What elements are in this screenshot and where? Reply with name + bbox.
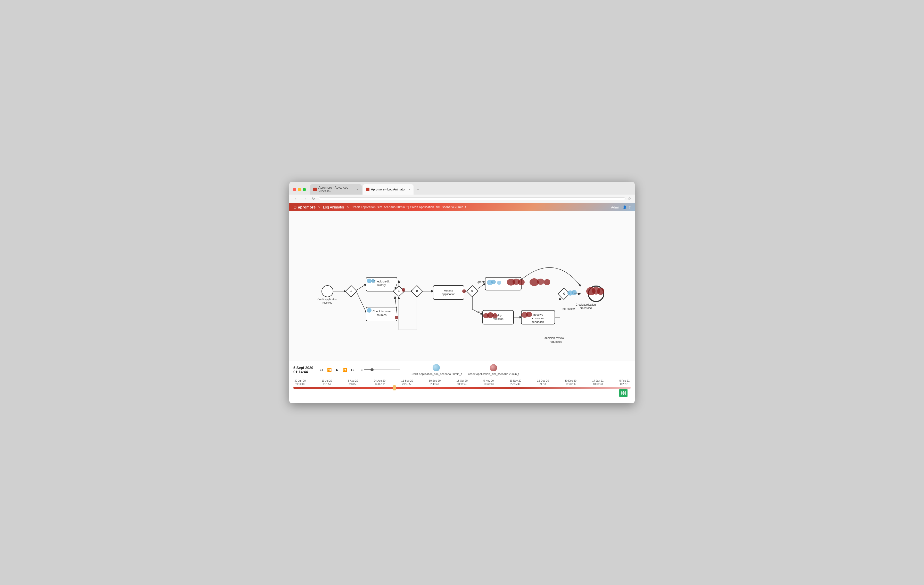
- timeline-marker-10: 30 Dec 20 11:39:36: [564, 379, 576, 386]
- module-name: Log Animator: [323, 205, 345, 209]
- svg-text:received: received: [323, 301, 332, 304]
- forward-button[interactable]: →: [302, 196, 309, 201]
- svg-point-26: [491, 280, 496, 284]
- tab-close-1[interactable]: ✕: [356, 188, 359, 191]
- svg-point-52: [572, 290, 577, 295]
- app-header: ⬡ apromore > Log Animator > Credit Appli…: [289, 203, 635, 211]
- bpmn-diagram: + Check credit history Check income sour…: [294, 216, 630, 356]
- bookmark-icon[interactable]: ☆: [627, 196, 631, 201]
- svg-point-59: [597, 288, 604, 295]
- timeline-marker-5: 30 Sep 20 2:49:48: [429, 379, 441, 386]
- timeline-track[interactable]: [294, 387, 630, 389]
- timeline-cursor[interactable]: [393, 385, 396, 391]
- svg-point-27: [497, 281, 501, 285]
- svg-point-32: [537, 278, 544, 285]
- svg-line-24: [478, 283, 485, 288]
- speed-value: 3: [361, 368, 363, 371]
- address-bar[interactable]: [318, 198, 625, 200]
- svg-text:application: application: [442, 292, 455, 296]
- svg-point-46: [526, 312, 532, 317]
- date-time-block: 5 Sept 2020 01:14:44: [294, 366, 313, 374]
- svg-point-11: [395, 316, 398, 319]
- reload-button[interactable]: ↻: [310, 196, 317, 201]
- svg-text:Credit application: Credit application: [576, 303, 596, 306]
- bpmn-canvas[interactable]: + Check credit history Check income sour…: [289, 211, 635, 361]
- legend-dot-red: [490, 364, 497, 371]
- timeline-marker-4: 11 Sep 20 20:27:50: [401, 379, 413, 386]
- legend-label-1: Credit Application_sim_scenario 30min_f: [411, 372, 462, 376]
- timeline-marker-0: 30 Jun 20 19:00:00: [294, 379, 306, 386]
- svg-text:sources: sources: [377, 313, 387, 316]
- svg-rect-66: [621, 391, 623, 393]
- start-event[interactable]: [322, 285, 333, 297]
- tab-bar: Apromore - Advanced Process /... ✕ Aprom…: [310, 184, 631, 194]
- svg-point-10: [367, 308, 371, 313]
- timeline-marker-2: 6 Aug 20 7:43:55: [348, 379, 358, 386]
- tab-log-animator[interactable]: Apromore - Log Animator ✕: [363, 184, 414, 194]
- tab-close-2[interactable]: ✕: [408, 188, 411, 191]
- controls-row: 5 Sept 2020 01:14:44 ⏮ ⏪ ▶ ⏩ ⏭ 3: [294, 364, 630, 376]
- brand-name: apromore: [298, 205, 316, 209]
- legend-item-1: Credit Application_sim_scenario 30min_f: [411, 364, 462, 376]
- svg-point-40: [492, 313, 498, 318]
- user-icon[interactable]: 👤: [623, 205, 627, 209]
- svg-text:processed: processed: [580, 307, 592, 310]
- timeline-section: 30 Jun 20 19:00:00 19 Jul 20 1:21:57 6 A…: [294, 379, 630, 389]
- svg-text:×: ×: [563, 292, 565, 296]
- apromore-logo-icon: ⬡: [294, 205, 297, 209]
- legend-item-2: Credit Application_sim_scenario 20min_f: [468, 364, 519, 376]
- svg-text:×: ×: [471, 289, 474, 293]
- add-tab-button[interactable]: +: [414, 184, 421, 194]
- bottom-panel: 5 Sept 2020 01:14:44 ⏮ ⏪ ▶ ⏩ ⏭ 3: [289, 361, 635, 403]
- minimize-button[interactable]: [298, 188, 301, 191]
- svg-rect-69: [624, 393, 625, 395]
- skip-forward-button[interactable]: ⏭: [350, 367, 356, 372]
- svg-line-2: [357, 284, 366, 290]
- no-review-label: no review: [563, 307, 575, 310]
- current-time: 01:14:44: [294, 370, 313, 374]
- help-icon[interactable]: ?: [629, 205, 630, 209]
- slider-thumb[interactable]: [370, 368, 374, 371]
- svg-point-33: [544, 279, 550, 285]
- fit-to-screen-button[interactable]: [619, 389, 627, 397]
- svg-rect-68: [621, 393, 623, 395]
- svg-text:requested: requested: [549, 340, 562, 343]
- nav-bar: ← → ↻ ☆: [289, 194, 635, 203]
- timeline-marker-9: 12 Dec 20 5:17:38: [537, 379, 549, 386]
- svg-text:+: +: [398, 289, 400, 293]
- maximize-button[interactable]: [303, 188, 306, 191]
- play-button[interactable]: ▶: [335, 367, 340, 372]
- timeline-labels: 30 Jun 20 19:00:00 19 Jul 20 1:21:57 6 A…: [294, 379, 630, 386]
- title-bar: Apromore - Advanced Process /... ✕ Aprom…: [289, 182, 635, 194]
- svg-point-6: [367, 278, 371, 283]
- svg-text:Check income: Check income: [373, 310, 391, 313]
- svg-text:Credit application: Credit application: [317, 298, 337, 301]
- svg-text:+: +: [350, 289, 352, 293]
- legend-dot-blue: [432, 364, 440, 371]
- current-date: 5 Sept 2020: [294, 366, 313, 370]
- skip-back-button[interactable]: ⏮: [318, 367, 324, 372]
- timeline-marker-3: 24 Aug 20 14:05:52: [374, 379, 385, 386]
- timeline-marker-6: 18 Oct 20 10:11:45: [456, 379, 467, 386]
- traffic-lights: [293, 188, 306, 191]
- svg-text:feedback: feedback: [532, 320, 544, 323]
- svg-rect-67: [624, 391, 625, 393]
- back-button[interactable]: ←: [293, 196, 300, 201]
- app-logo: ⬡ apromore: [294, 205, 316, 209]
- breadcrumb-path: Credit Application_sim_scenario 30min_f …: [351, 205, 465, 209]
- timeline-marker-1: 19 Jul 20 1:21:57: [322, 379, 332, 386]
- breadcrumb-separator-2: >: [347, 205, 349, 209]
- timeline-marker-12: 5 Feb 21 0:23:31: [620, 379, 630, 386]
- header-user-area: Admin 👤 ?: [611, 205, 630, 209]
- svg-text:history: history: [378, 283, 386, 287]
- fast-forward-button[interactable]: ⏩: [342, 367, 348, 372]
- legend-block: Credit Application_sim_scenario 30min_f …: [411, 364, 519, 376]
- svg-point-30: [518, 279, 525, 285]
- main-content: + Check credit history Check income sour…: [289, 211, 635, 403]
- tab-advanced-process[interactable]: Apromore - Advanced Process /... ✕: [310, 184, 362, 194]
- breadcrumb-separator-1: >: [318, 205, 320, 209]
- rewind-button[interactable]: ⏪: [326, 367, 333, 372]
- close-button[interactable]: [293, 188, 296, 191]
- speed-slider-track[interactable]: [364, 369, 400, 370]
- timeline-marker-8: 23 Nov 20 22:55:40: [510, 379, 521, 386]
